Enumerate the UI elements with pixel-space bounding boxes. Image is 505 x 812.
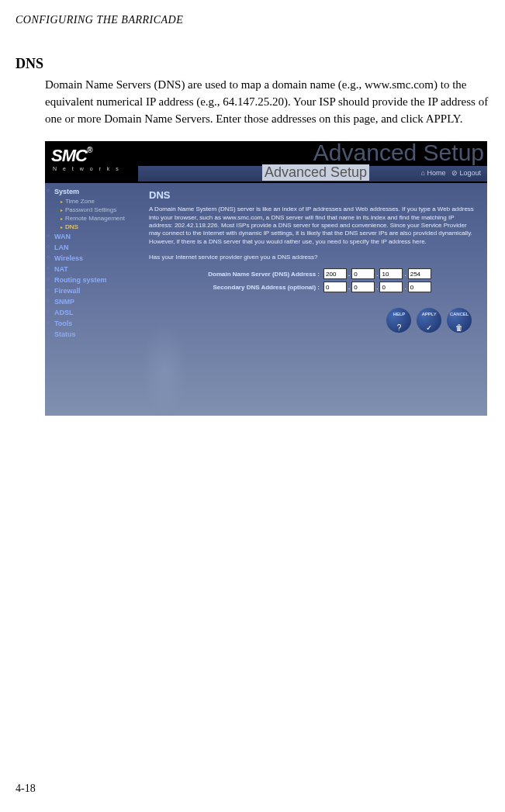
panel-description: A Domain Name System (DNS) server is lik… bbox=[149, 206, 479, 246]
help-button[interactable]: ? HELP bbox=[386, 308, 411, 333]
running-header: CONFIGURING THE BARRICADE bbox=[0, 0, 505, 26]
secondary-dns-octet-1[interactable] bbox=[323, 282, 347, 292]
sidebar-item-snmp[interactable]: SNMP bbox=[48, 296, 141, 307]
secondary-dns-octet-2[interactable] bbox=[351, 282, 375, 292]
primary-dns-octet-3[interactable] bbox=[379, 268, 403, 279]
sidebar-item-status[interactable]: Status bbox=[48, 329, 141, 340]
secondary-dns-label: Secondary DNS Address (optional) : bbox=[172, 284, 323, 291]
sidebar-sub-remote[interactable]: Remote Management bbox=[48, 214, 141, 223]
section-title: DNS bbox=[0, 26, 505, 72]
sidebar-sub-timezone[interactable]: Time Zone bbox=[48, 197, 141, 206]
primary-dns-octet-1[interactable] bbox=[323, 268, 347, 279]
logo: SMC® bbox=[51, 146, 92, 166]
sidebar-item-wireless[interactable]: Wireless bbox=[48, 253, 141, 264]
setup-badge: Advanced Setup bbox=[262, 164, 369, 181]
sidebar-item-tools[interactable]: Tools bbox=[48, 318, 141, 329]
page-number: 4-18 bbox=[16, 783, 36, 795]
panel-title: DNS bbox=[149, 189, 479, 201]
sidebar-item-firewall[interactable]: Firewall bbox=[48, 285, 141, 296]
secondary-dns-octet-3[interactable] bbox=[379, 282, 403, 292]
cancel-button[interactable]: 🗑 CANCEL bbox=[447, 308, 472, 333]
header-links: ⌂ Home ⊘ Logout bbox=[421, 169, 482, 177]
body-paragraph: Domain Name Servers (DNS) are used to ma… bbox=[0, 72, 505, 127]
sidebar-sub-password[interactable]: Password Settings bbox=[48, 206, 141, 214]
panel-question: Has your Internet service provider given… bbox=[149, 254, 479, 261]
logout-link[interactable]: ⊘ Logout bbox=[451, 169, 481, 177]
form-row-secondary: Secondary DNS Address (optional) : . . . bbox=[172, 282, 479, 292]
logo-subtitle: N e t w o r k s bbox=[53, 166, 121, 171]
sidebar-sub-dns[interactable]: DNS bbox=[48, 223, 141, 231]
sidebar-item-system[interactable]: System bbox=[48, 186, 141, 197]
primary-dns-label: Domain Name Server (DNS) Address : bbox=[172, 271, 323, 278]
home-link[interactable]: ⌂ Home bbox=[421, 169, 446, 177]
sidebar-item-nat[interactable]: NAT bbox=[48, 264, 141, 275]
primary-dns-octet-2[interactable] bbox=[351, 268, 375, 279]
content-panel: DNS A Domain Name System (DNS) server is… bbox=[141, 183, 487, 416]
sidebar-item-adsl[interactable]: ADSL bbox=[48, 307, 141, 318]
sidebar: System Time Zone Password Settings Remot… bbox=[45, 183, 141, 416]
apply-button[interactable]: ✓ APPLY bbox=[417, 308, 441, 333]
app-header: SMC® N e t w o r k s Advanced Setup Adva… bbox=[45, 141, 487, 183]
form-row-primary: Domain Name Server (DNS) Address : . . . bbox=[172, 268, 479, 279]
embedded-screenshot: SMC® N e t w o r k s Advanced Setup Adva… bbox=[45, 141, 487, 416]
dns-form: Domain Name Server (DNS) Address : . . .… bbox=[172, 268, 479, 292]
button-row: ? HELP ✓ APPLY 🗑 CANCEL bbox=[149, 308, 473, 333]
sidebar-item-routing[interactable]: Routing system bbox=[48, 275, 141, 285]
sidebar-item-lan[interactable]: LAN bbox=[48, 242, 141, 253]
background-figure bbox=[141, 323, 188, 416]
secondary-dns-octet-4[interactable] bbox=[408, 282, 431, 292]
sidebar-item-wan[interactable]: WAN bbox=[48, 231, 141, 242]
primary-dns-octet-4[interactable] bbox=[408, 268, 431, 279]
ghost-title: Advanced Setup bbox=[313, 140, 484, 166]
